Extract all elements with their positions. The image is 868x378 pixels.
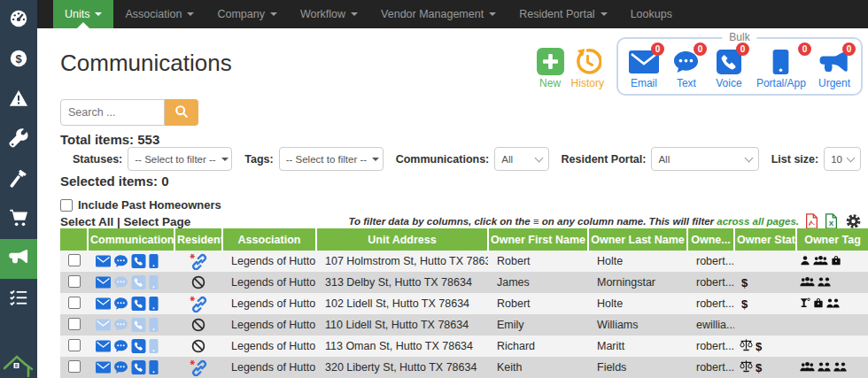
bulk-item-label: Email: [629, 77, 659, 89]
column-header-owner-stat[interactable]: Owner Stat...: [734, 228, 796, 251]
column-header-unit-address[interactable]: Unit Address: [316, 228, 488, 251]
email-icon[interactable]: [96, 297, 111, 311]
sidebar-item-cart[interactable]: [0, 199, 37, 239]
sidebar-item-hammer[interactable]: [0, 159, 37, 199]
cell-resident: [174, 314, 222, 336]
column-header-owner-last-name[interactable]: Owner Last Name: [588, 228, 687, 251]
linked-resident-icon: [189, 360, 208, 373]
row-checkbox[interactable]: [68, 339, 81, 351]
filter-value: All: [658, 154, 670, 165]
voice-icon[interactable]: [131, 254, 146, 268]
sidebar-item-megaphone[interactable]: [0, 239, 37, 279]
table-row: Legends of Hutto113 Oman St, Hutto TX 78…: [60, 336, 868, 357]
search-button[interactable]: [165, 99, 198, 126]
bulk-text-button[interactable]: 0Text: [671, 50, 701, 89]
table-row: Legends of Hutto320 Liberty St, Hutto TX…: [60, 357, 868, 378]
row-checkbox[interactable]: [68, 275, 81, 288]
text-icon[interactable]: [113, 275, 128, 289]
svg-text:$: $: [15, 51, 21, 65]
cell-owner-email: robert...: [687, 293, 734, 314]
voice-icon[interactable]: [131, 297, 146, 311]
bulk-portal-app-button[interactable]: 0Portal/App: [756, 50, 806, 89]
no-resident-icon: [191, 275, 205, 288]
cell-unit-address: 313 Delby St, Hutto TX 78634: [316, 272, 488, 293]
cell-checkbox: [60, 251, 88, 272]
two-users-icon: [833, 361, 847, 374]
column-header-resident[interactable]: Resident: [174, 228, 222, 251]
bulk-urgent-button[interactable]: 0Urgent: [818, 50, 850, 89]
include-past-checkbox[interactable]: [60, 199, 73, 212]
email-icon[interactable]: [96, 318, 111, 332]
filter-list-size-select[interactable]: 10: [824, 147, 861, 171]
email-icon[interactable]: [96, 360, 111, 374]
export-excel-button[interactable]: X: [825, 213, 838, 229]
new-button[interactable]: New: [537, 37, 564, 89]
nav-item-association[interactable]: Association: [113, 0, 205, 28]
two-users-icon: [818, 361, 831, 374]
filter-label-communications: Communications:: [396, 153, 490, 166]
sidebar-item-gauge[interactable]: [0, 0, 37, 40]
filter-tags-dropdown[interactable]: -- Select to filter --: [279, 147, 384, 171]
row-checkbox[interactable]: [68, 360, 81, 373]
email-icon[interactable]: [96, 275, 111, 289]
filter-communications-select[interactable]: All: [494, 147, 548, 171]
filter-resident-portal-select[interactable]: All: [651, 147, 758, 171]
nav-item-resident-portal[interactable]: Resident Portal: [508, 0, 618, 28]
top-nav: UnitsAssociationCompanyWorkflowVendor Ma…: [37, 0, 868, 28]
voice-icon[interactable]: [131, 339, 146, 353]
voice-icon[interactable]: [131, 275, 146, 289]
portal-icon[interactable]: [149, 297, 159, 311]
nav-item-company[interactable]: Company: [205, 0, 289, 28]
history-button[interactable]: History: [571, 37, 604, 89]
nav-item-vendor-management[interactable]: Vendor Management: [369, 0, 508, 28]
filter-statuses-dropdown[interactable]: -- Select to filter --: [128, 147, 232, 171]
row-checkbox[interactable]: [68, 297, 81, 309]
text-icon[interactable]: [113, 297, 128, 311]
column-header-owne[interactable]: Owne...: [687, 228, 734, 251]
select-all-link[interactable]: Select All: [60, 215, 113, 228]
column-header-communications[interactable]: Communications: [88, 228, 174, 251]
column-header-owner-first-name[interactable]: Owner First Name: [488, 228, 588, 251]
email-icon[interactable]: [96, 339, 111, 353]
nav-item-workflow[interactable]: Workflow: [289, 0, 369, 28]
sidebar-item-checklist[interactable]: [0, 279, 37, 319]
portal-icon[interactable]: [149, 339, 159, 353]
bulk-email-button[interactable]: 0Email: [629, 50, 659, 89]
cell-association: Legends of Hutto: [222, 336, 316, 357]
voice-icon[interactable]: [131, 318, 146, 332]
cell-unit-address: 113 Oman St, Hutto TX 78634: [316, 336, 488, 357]
email-icon[interactable]: [96, 254, 111, 268]
sidebar-item-dollar-circle[interactable]: $: [0, 40, 37, 80]
text-icon[interactable]: [113, 318, 128, 332]
column-header-association[interactable]: Association: [222, 228, 316, 251]
cell-checkbox: [60, 293, 88, 314]
cell-owner-email: robert...: [687, 336, 734, 357]
row-checkbox[interactable]: [68, 254, 81, 266]
nav-item-units[interactable]: Units: [53, 0, 113, 28]
select-page-link[interactable]: Select Page: [124, 215, 191, 228]
column-header-owner-tag[interactable]: Owner Tag: [796, 228, 868, 251]
text-icon[interactable]: [113, 339, 128, 353]
portal-icon[interactable]: [149, 360, 159, 374]
portal-icon[interactable]: [149, 275, 159, 289]
grid-settings-button[interactable]: [844, 213, 863, 229]
nav-item-lookups[interactable]: Lookups: [619, 0, 684, 28]
portal-icon[interactable]: [149, 318, 159, 332]
cell-owner-last-name: Holte: [588, 293, 687, 314]
dollar-status-glyph: $: [741, 297, 748, 311]
sidebar-item-warning[interactable]: [0, 80, 37, 120]
export-pdf-button[interactable]: [805, 213, 818, 229]
sidebar-item-wrench[interactable]: [0, 120, 37, 159]
portal-icon[interactable]: [149, 254, 159, 268]
row-checkbox[interactable]: [68, 318, 81, 330]
text-icon[interactable]: [113, 254, 128, 268]
search-input[interactable]: [60, 99, 165, 126]
text-icon[interactable]: [113, 360, 128, 374]
cell-communications: [88, 336, 174, 357]
main-content: Communications New History Bulk 0Email0T…: [37, 28, 868, 378]
bulk-voice-button[interactable]: 0Voice: [714, 50, 744, 89]
cell-owner-first-name: Robert: [488, 251, 588, 272]
cell-resident: [174, 272, 222, 293]
column-header-checkbox[interactable]: [60, 228, 88, 251]
voice-icon[interactable]: [131, 360, 146, 374]
